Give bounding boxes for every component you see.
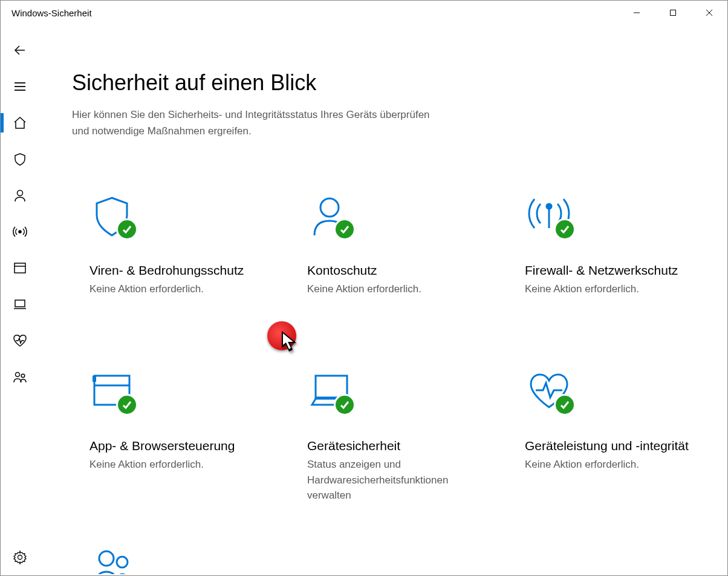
card-title: App- & Browsersteuerung: [89, 439, 266, 453]
card-subtitle: Keine Aktion erforderlich.: [307, 281, 484, 297]
card-firewall[interactable]: Firewall- & Netzwerkschutz Keine Aktion …: [507, 175, 719, 345]
card-subtitle: Status anzeigen und Hardwaresicherheitsf…: [307, 457, 484, 503]
home-icon: [13, 116, 27, 130]
card-title: Gerätesicherheit: [307, 439, 484, 453]
svg-point-8: [17, 191, 22, 196]
shield-icon: [13, 152, 27, 166]
sidebar-item-virus[interactable]: [1, 141, 39, 177]
page-subtitle: Hier können Sie den Sicherheits- und Int…: [72, 106, 435, 139]
heart-pulse-icon: [12, 333, 28, 348]
gear-icon: [13, 550, 27, 565]
card-family-options[interactable]: [72, 526, 284, 575]
maximize-button[interactable]: [655, 1, 691, 25]
card-device-security[interactable]: Gerätesicherheit Status anzeigen und Har…: [290, 351, 501, 520]
sidebar-back[interactable]: [1, 32, 39, 68]
close-button[interactable]: [691, 1, 727, 25]
card-virus-protection[interactable]: Viren- & Bedrohungsschutz Keine Aktion e…: [72, 175, 284, 345]
family-icon: [12, 370, 28, 384]
maximize-icon: [669, 9, 677, 16]
svg-rect-1: [671, 10, 676, 16]
person-icon: [13, 188, 27, 203]
minimize-icon: [633, 9, 640, 16]
status-ok-icon: [116, 218, 138, 240]
close-icon: [706, 9, 713, 16]
sidebar-item-firewall[interactable]: [1, 214, 39, 250]
sidebar-menu[interactable]: [1, 68, 39, 105]
card-app-browser[interactable]: App- & Browsersteuerung Keine Aktion erf…: [72, 351, 284, 520]
svg-point-16: [320, 198, 339, 217]
sidebar: [1, 25, 39, 575]
sidebar-item-performance[interactable]: [1, 322, 39, 359]
status-ok-icon: [116, 394, 138, 416]
cards-grid: Viren- & Bedrohungsschutz Keine Aktion e…: [72, 175, 727, 575]
minimize-button[interactable]: [619, 1, 655, 25]
svg-point-15: [18, 555, 22, 560]
svg-rect-12: [15, 300, 25, 307]
family-icon: [89, 545, 138, 575]
sidebar-item-family[interactable]: [1, 359, 39, 395]
hamburger-icon: [13, 80, 27, 93]
card-subtitle: Keine Aktion erforderlich.: [525, 457, 701, 473]
svg-point-18: [547, 204, 551, 209]
sidebar-item-home[interactable]: [1, 105, 39, 141]
sidebar-item-app-browser[interactable]: [1, 250, 39, 286]
card-subtitle: Keine Aktion erforderlich.: [89, 457, 266, 473]
sidebar-item-device-security[interactable]: [1, 286, 39, 322]
svg-point-23: [99, 551, 114, 566]
card-title: Firewall- & Netzwerkschutz: [525, 263, 701, 278]
card-device-performance[interactable]: Geräteleistung und -integrität Keine Akt…: [507, 351, 719, 520]
card-title: Kontoschutz: [307, 263, 484, 278]
status-ok-icon: [334, 218, 356, 240]
window-icon: [13, 261, 27, 275]
card-title: Geräteleistung und -integrität: [525, 439, 701, 453]
svg-rect-10: [15, 263, 25, 273]
card-subtitle: Keine Aktion erforderlich.: [89, 281, 266, 297]
arrow-left-icon: [13, 43, 27, 57]
main-content: Sicherheit auf einen Blick Hier können S…: [39, 25, 727, 575]
page-title: Sicherheit auf einen Blick: [72, 70, 727, 96]
card-title: Viren- & Bedrohungsschutz: [89, 263, 266, 278]
svg-point-14: [21, 374, 25, 378]
sidebar-settings[interactable]: [1, 539, 39, 575]
svg-point-24: [117, 557, 128, 568]
svg-point-9: [19, 231, 21, 233]
laptop-icon: [12, 297, 28, 312]
card-account-protection[interactable]: Kontoschutz Keine Aktion erforderlich.: [290, 175, 501, 345]
sidebar-item-account[interactable]: [1, 177, 39, 214]
broadcast-icon: [12, 224, 28, 239]
svg-point-13: [15, 373, 19, 377]
card-subtitle: Keine Aktion erforderlich.: [525, 281, 701, 297]
titlebar: Windows-Sicherheit: [1, 1, 727, 25]
window-title: Windows-Sicherheit: [11, 8, 92, 18]
